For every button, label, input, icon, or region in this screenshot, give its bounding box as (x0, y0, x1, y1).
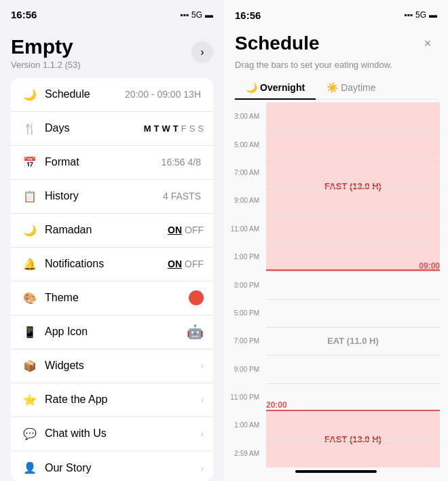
ourstory-chevron-icon: › (200, 463, 204, 474)
menu-item-schedule[interactable]: 🌙 Schedule 20:00 - 09:00 13H (11, 78, 213, 112)
grid-line-1 (266, 130, 440, 131)
time-labels-column: 3:00 AM 5:00 AM 7:00 AM 9:00 AM 11:00 AM… (224, 102, 263, 467)
close-button[interactable]: × (418, 34, 437, 53)
history-label: History (45, 190, 163, 202)
ourstory-label: Our Story (45, 462, 200, 474)
time-label-900am: 9:00 AM (224, 187, 263, 214)
status-time-right: 16:56 (235, 9, 261, 21)
chevron-right-icon: › (200, 46, 204, 58)
history-value: 4 FASTS (163, 191, 201, 201)
header-chevron-button[interactable]: › (191, 41, 213, 63)
time-marker-0900: 09:00 (419, 261, 440, 271)
time-label-259am: 2:59 AM (224, 440, 263, 467)
day-F: F (181, 123, 187, 134)
chart-bars-area[interactable]: FAST (13.0 H) 09:00 EAT (11.0 H) 20:00 F… (263, 102, 448, 467)
notifications-label: Notifications (45, 258, 168, 270)
grid-line-4 (266, 214, 440, 215)
widgets-chevron-icon: › (200, 360, 204, 371)
daytime-label: Daytime (341, 82, 375, 93)
time-label-1100am: 11:00 AM (224, 215, 263, 243)
overnight-label: Overnight (260, 82, 305, 93)
grid-line-12 (266, 440, 440, 440)
days-label: Days (45, 122, 144, 134)
history-icon: 📋 (20, 190, 39, 203)
ramadan-icon: 🌙 (20, 224, 39, 237)
grid-line-3 (266, 187, 440, 187)
chat-icon: 💬 (20, 427, 39, 440)
menu-item-theme[interactable]: 🎨 Theme (11, 282, 213, 315)
time-label-700am: 7:00 AM (224, 159, 263, 187)
battery-icon: ▬ (205, 10, 213, 20)
menu-item-history[interactable]: 📋 History 4 FASTS (11, 180, 213, 214)
tab-row: 🌙 Overnight ☀️ Daytime (235, 77, 437, 100)
day-S2: S (198, 123, 204, 134)
app-title-block: Empty Version 1.1.2 (53) (11, 35, 81, 70)
widgets-label: Widgets (45, 360, 200, 372)
chat-chevron-icon: › (200, 428, 204, 439)
menu-list: 🌙 Schedule 20:00 - 09:00 13H 🍴 Days M T … (11, 78, 213, 481)
menu-item-ourstory[interactable]: 👤 Our Story › (11, 451, 213, 481)
time-label-300am: 3:00 AM (224, 102, 263, 130)
tab-daytime[interactable]: ☀️ Daytime (316, 77, 386, 100)
time-label-100am: 1:00 AM (224, 411, 263, 439)
network-type-right: 5G (415, 10, 426, 20)
menu-item-widgets[interactable]: 📦 Widgets › (11, 349, 213, 383)
status-icons-right: ▪▪▪ 5G ▬ (404, 10, 437, 20)
format-label: Format (45, 156, 162, 168)
rate-icon: ⭐ (20, 393, 39, 406)
menu-item-rate[interactable]: ⭐ Rate the App › (11, 383, 213, 417)
days-icon: 🍴 (20, 122, 39, 135)
ramadan-on: ON (168, 225, 182, 235)
time-label-900pm: 9:00 PM (224, 355, 263, 383)
schedule-value: 20:00 - 09:00 13H (125, 89, 201, 100)
menu-item-format[interactable]: 📅 Format 16:56 4/8 (11, 146, 213, 180)
battery-icon-right: ▬ (429, 10, 437, 20)
format-value: 16:56 4/8 (162, 157, 201, 168)
ramadan-label: Ramadan (45, 224, 168, 236)
app-header: Empty Version 1.1.2 (53) › (0, 30, 224, 78)
notifications-icon: 🔔 (20, 258, 39, 271)
grid-line-2 (266, 159, 440, 159)
tab-overnight[interactable]: 🌙 Overnight (235, 77, 316, 100)
notifications-toggle: ON OFF (168, 258, 204, 269)
time-label-1100pm: 11:00 PM (224, 383, 263, 411)
menu-item-ramadan[interactable]: 🌙 Ramadan ON OFF (11, 214, 213, 248)
chart-wrapper: 3:00 AM 5:00 AM 7:00 AM 9:00 AM 11:00 AM… (224, 102, 448, 481)
day-W: W (162, 123, 170, 134)
schedule-title: Schedule (235, 33, 319, 54)
signal-icon-right: ▪▪▪ (404, 10, 413, 20)
menu-item-chat[interactable]: 💬 Chat with Us › (11, 417, 213, 451)
days-row: M T W T F S S (144, 123, 204, 134)
appicon-icon: 📱 (20, 326, 39, 339)
app-version: Version 1.1.2 (53) (11, 60, 81, 70)
eat-block[interactable]: EAT (11.0 H) (266, 271, 440, 411)
day-M: M (144, 123, 151, 134)
rate-chevron-icon: › (200, 394, 204, 405)
format-icon: 📅 (20, 156, 39, 169)
notifications-off: OFF (185, 258, 204, 269)
status-time-left: 16:56 (11, 9, 37, 20)
chat-label: Chat with Us (45, 427, 200, 440)
theme-color-dot (189, 290, 204, 305)
day-T1: T (154, 123, 160, 134)
right-panel: 16:56 ▪▪▪ 5G ▬ Schedule × Drag the bars … (224, 0, 448, 481)
time-marker-2000: 20:00 (266, 400, 287, 410)
time-label-300pm: 3:00 PM (224, 271, 263, 299)
daytime-sun-icon: ☀️ (326, 82, 338, 93)
menu-item-appicon[interactable]: 📱 App Icon 🤖 (11, 315, 213, 349)
appicon-emoji: 🤖 (187, 324, 204, 340)
day-T2: T (173, 123, 179, 134)
day-S1: S (189, 123, 195, 134)
menu-item-notifications[interactable]: 🔔 Notifications ON OFF (11, 248, 213, 282)
schedule-label: Schedule (45, 88, 125, 100)
grid-line-9 (266, 355, 440, 355)
network-type: 5G (191, 10, 202, 20)
menu-item-days[interactable]: 🍴 Days M T W T F S S (11, 112, 213, 146)
overnight-moon-icon: 🌙 (246, 82, 257, 93)
ramadan-toggle: ON OFF (168, 225, 204, 235)
status-bar-right: 16:56 ▪▪▪ 5G ▬ (224, 0, 448, 30)
schedule-icon: 🌙 (20, 88, 39, 101)
notifications-on: ON (168, 258, 182, 269)
signal-icon: ▪▪▪ (180, 10, 189, 20)
bottom-home-indicator (295, 470, 377, 473)
